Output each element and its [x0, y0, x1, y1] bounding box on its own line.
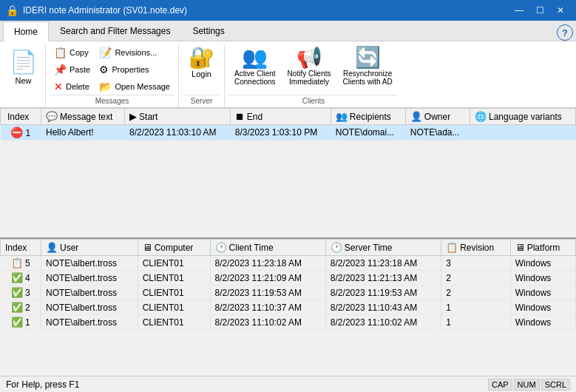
notify-clients-button[interactable]: 📢 Notify ClientsImmediately — [282, 44, 336, 89]
detail-servertime-cell: 8/2/2023 11:21:13 AM — [325, 271, 441, 285]
message-table-header: Index 💬Message text ▶Start ⏹End 👥Recipie… — [1, 109, 576, 125]
paste-label: Paste — [70, 65, 90, 74]
detail-clienttime-cell: 8/2/2023 11:10:02 AM — [210, 315, 325, 330]
new-button[interactable]: 📄 New — [3, 46, 44, 107]
detail-platform-cell: Windows — [510, 315, 575, 330]
copy-button[interactable]: 📋 Copy — [50, 44, 94, 61]
msg-start-cell: 8/2/2023 11:03:10 AM — [125, 125, 231, 141]
messages-right: 📝 Revisions... ⚙ Properties 📂 Open Messa… — [95, 44, 174, 95]
login-label: Login — [192, 70, 211, 78]
login-button[interactable]: 🔐 Login — [183, 44, 220, 81]
message-table-container[interactable]: Index 💬Message text ▶Start ⏹End 👥Recipie… — [0, 108, 576, 239]
msg-status-cell: ⛔ 1 — [1, 125, 41, 141]
revisions-button[interactable]: 📝 Revisions... — [95, 44, 174, 61]
detail-table-header: Index 👤User 🖥Computer 🕐Client Time 🕐Serv… — [1, 240, 576, 256]
detail-index-cell: ✅ 4 — [1, 271, 41, 285]
detail-table: Index 👤User 🖥Computer 🕐Client Time 🕐Serv… — [0, 239, 576, 330]
open-message-label: Open Message — [115, 82, 170, 91]
minimize-button[interactable]: — — [509, 2, 529, 18]
delete-button[interactable]: ✕ Delete — [50, 78, 94, 95]
tab-settings[interactable]: Settings — [181, 21, 235, 41]
detail-col-platform[interactable]: 🖥Platform — [510, 240, 575, 256]
detail-col-client-time[interactable]: 🕐Client Time — [210, 240, 325, 256]
owner-col-icon: 👤 — [410, 111, 422, 122]
detail-computer-cell: CLIENT01 — [138, 315, 210, 330]
computer-col-icon: 🖥 — [143, 242, 152, 253]
detail-index-cell: ✅ 1 — [1, 315, 41, 330]
detail-clienttime-cell: 8/2/2023 11:23:18 AM — [210, 256, 325, 271]
lang-col-icon: 🌐 — [475, 111, 487, 122]
maximize-button[interactable]: ☐ — [530, 2, 549, 18]
detail-servertime-cell: 8/2/2023 11:10:43 AM — [325, 300, 441, 315]
table-row[interactable]: ✅ 1 NOTE\albert.tross CLIENT01 8/2/2023 … — [1, 315, 576, 330]
num-indicator: NUM — [514, 379, 540, 391]
detail-status-icon: 📋 — [11, 257, 23, 268]
open-message-button[interactable]: 📂 Open Message — [95, 78, 174, 95]
new-label: New — [15, 76, 31, 85]
detail-computer-cell: CLIENT01 — [138, 271, 210, 285]
copy-label: Copy — [70, 48, 89, 57]
table-row[interactable]: ✅ 3 NOTE\albert.tross CLIENT01 8/2/2023 … — [1, 285, 576, 300]
detail-col-revision[interactable]: 📋Revision — [441, 240, 511, 256]
platform-col-icon: 🖥 — [515, 242, 525, 253]
clients-group-label: Clients — [229, 95, 398, 107]
msg-owner-cell: NOTE\ada... — [405, 125, 470, 141]
table-row[interactable]: ✅ 4 NOTE\albert.tross CLIENT01 8/2/2023 … — [1, 271, 576, 285]
properties-button[interactable]: ⚙ Properties — [95, 61, 174, 78]
properties-icon: ⚙ — [99, 64, 109, 75]
paste-icon: 📌 — [54, 64, 67, 75]
detail-col-user[interactable]: 👤User — [41, 240, 138, 256]
cap-indicator: CAP — [488, 379, 512, 391]
detail-col-server-time[interactable]: 🕐Server Time — [325, 240, 441, 256]
detail-user-cell: NOTE\albert.tross — [41, 315, 138, 330]
clienttime-col-icon: 🕐 — [215, 242, 227, 253]
main-content: Index 💬Message text ▶Start ⏹End 👥Recipie… — [0, 108, 576, 376]
col-index[interactable]: Index — [1, 109, 41, 125]
server-group-label: Server — [183, 95, 220, 107]
detail-col-computer[interactable]: 🖥Computer — [138, 240, 210, 256]
table-row[interactable]: ⛔ 1 Hello Albert! 8/2/2023 11:03:10 AM 8… — [1, 125, 576, 141]
new-doc-icon: 📄 — [10, 49, 37, 75]
table-row[interactable]: 📋 5 NOTE\albert.tross CLIENT01 8/2/2023 … — [1, 256, 576, 271]
resynchronize-button[interactable]: 🔄 ResynchronizeClients with AD — [338, 44, 398, 89]
login-icon: 🔐 — [189, 47, 214, 68]
col-start[interactable]: ▶Start — [125, 109, 231, 125]
col-owner[interactable]: 👤Owner — [405, 109, 470, 125]
table-row[interactable]: ✅ 2 NOTE\albert.tross CLIENT01 8/2/2023 … — [1, 300, 576, 315]
paste-button[interactable]: 📌 Paste — [50, 61, 94, 78]
detail-index-cell: ✅ 3 — [1, 285, 41, 300]
col-recipients[interactable]: 👥Recipients — [331, 109, 405, 125]
help-text: For Help, press F1 — [6, 379, 79, 390]
app-icon: 🔒 — [6, 4, 18, 16]
active-client-connections-button[interactable]: 👥 Active ClientConnections — [229, 44, 281, 89]
detail-table-container[interactable]: Index 👤User 🖥Computer 🕐Client Time 🕐Serv… — [0, 239, 576, 376]
detail-servertime-cell: 8/2/2023 11:10:02 AM — [325, 315, 441, 330]
help-button[interactable]: ? — [557, 24, 573, 41]
messages-left: 📋 Copy 📌 Paste ✕ Delete — [50, 44, 94, 95]
messages-group-content: 📋 Copy 📌 Paste ✕ Delete 📝 Revisions... — [50, 44, 174, 95]
msg-recipients-cell: NOTE\domai... — [331, 125, 405, 141]
status-indicators: CAP NUM SCRL — [488, 379, 570, 391]
msg-status-icon: ⛔ — [10, 126, 23, 138]
detail-platform-cell: Windows — [510, 256, 575, 271]
col-language-variants[interactable]: 🌐Language variants — [470, 109, 575, 125]
close-button[interactable]: ✕ — [551, 2, 570, 18]
app-title: IDERI note Administrator (SV01.note.dev) — [23, 5, 187, 16]
detail-platform-cell: Windows — [510, 285, 575, 300]
message-table: Index 💬Message text ▶Start ⏹End 👥Recipie… — [0, 108, 576, 141]
title-bar-controls: — ☐ ✕ — [509, 2, 570, 18]
col-message-text[interactable]: 💬Message text — [41, 109, 125, 125]
resync-icon: 🔄 — [355, 47, 381, 68]
detail-clienttime-cell: 8/2/2023 11:21:09 AM — [210, 271, 325, 285]
clients-group-content: 👥 Active ClientConnections 📢 Notify Clie… — [229, 44, 398, 95]
detail-computer-cell: CLIENT01 — [138, 300, 210, 315]
detail-revision-cell: 3 — [441, 256, 511, 271]
tab-home[interactable]: Home — [3, 21, 49, 41]
ribbon-group-clients: 👥 Active ClientConnections 📢 Notify Clie… — [225, 44, 402, 107]
col-end[interactable]: ⏹End — [230, 109, 331, 125]
tab-search[interactable]: Search and Filter Messages — [49, 21, 181, 41]
detail-col-index[interactable]: Index — [1, 240, 41, 256]
detail-status-icon: ✅ — [11, 272, 23, 283]
properties-label: Properties — [112, 65, 149, 74]
title-bar-left: 🔒 IDERI note Administrator (SV01.note.de… — [6, 4, 187, 16]
